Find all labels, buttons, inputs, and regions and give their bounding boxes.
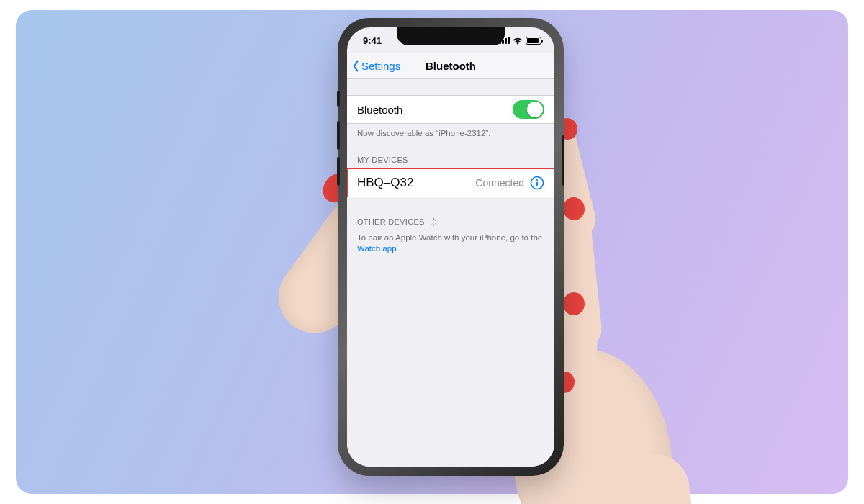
- status-time: 9:41: [363, 35, 382, 46]
- bluetooth-toggle-row[interactable]: Bluetooth: [347, 95, 554, 124]
- other-devices-header-text: OTHER DEVICES: [357, 217, 425, 226]
- wifi-icon: [513, 37, 523, 45]
- hand-ring-nail: [562, 292, 585, 315]
- device-status: Connected: [475, 177, 524, 189]
- spinner-icon: [429, 217, 438, 227]
- settings-content[interactable]: Bluetooth Now discoverable as “iPhone-23…: [347, 79, 554, 467]
- pair-hint: To pair an Apple Watch with your iPhone,…: [347, 231, 554, 255]
- back-label: Settings: [361, 60, 400, 72]
- info-icon[interactable]: [530, 176, 544, 190]
- svg-rect-1: [536, 181, 538, 186]
- device-name: HBQ–Q32: [357, 176, 413, 190]
- phone-screen: 9:41 Settings Bluetooth: [347, 27, 554, 467]
- discoverable-text: Now discoverable as “iPhone-2312”.: [347, 124, 554, 140]
- hand-wrist: [557, 450, 699, 504]
- watch-app-link[interactable]: Watch app: [357, 244, 397, 253]
- svg-line-6: [435, 223, 436, 224]
- my-devices-header: MY DEVICES: [347, 140, 554, 168]
- power-button: [562, 135, 564, 186]
- other-devices-header: OTHER DEVICES: [347, 197, 554, 231]
- svg-line-4: [435, 220, 436, 220]
- bluetooth-switch[interactable]: [513, 100, 544, 119]
- chevron-left-icon: [351, 60, 360, 72]
- page-title: Bluetooth: [426, 60, 476, 72]
- svg-line-10: [431, 220, 432, 220]
- volume-down-button: [337, 157, 340, 186]
- my-devices-header-text: MY DEVICES: [357, 156, 408, 164]
- nav-bar: Settings Bluetooth: [347, 53, 554, 79]
- bluetooth-toggle-label: Bluetooth: [357, 104, 402, 116]
- svg-point-2: [536, 179, 538, 180]
- volume-up-button: [337, 121, 340, 150]
- battery-icon: [526, 37, 541, 45]
- device-row-hbq-q32[interactable]: HBQ–Q32 Connected: [347, 168, 554, 197]
- mute-switch: [337, 91, 340, 107]
- status-right: [499, 37, 541, 45]
- svg-line-8: [431, 223, 432, 224]
- back-button[interactable]: Settings: [351, 53, 400, 78]
- phone-frame: 9:41 Settings Bluetooth: [340, 20, 562, 474]
- switch-knob: [527, 102, 543, 117]
- backdrop: 9:41 Settings Bluetooth: [16, 10, 848, 494]
- hand-middle-nail: [562, 197, 585, 222]
- notch: [397, 27, 505, 45]
- pair-hint-suffix: .: [397, 244, 399, 253]
- pair-hint-prefix: To pair an Apple Watch with your iPhone,…: [357, 233, 542, 242]
